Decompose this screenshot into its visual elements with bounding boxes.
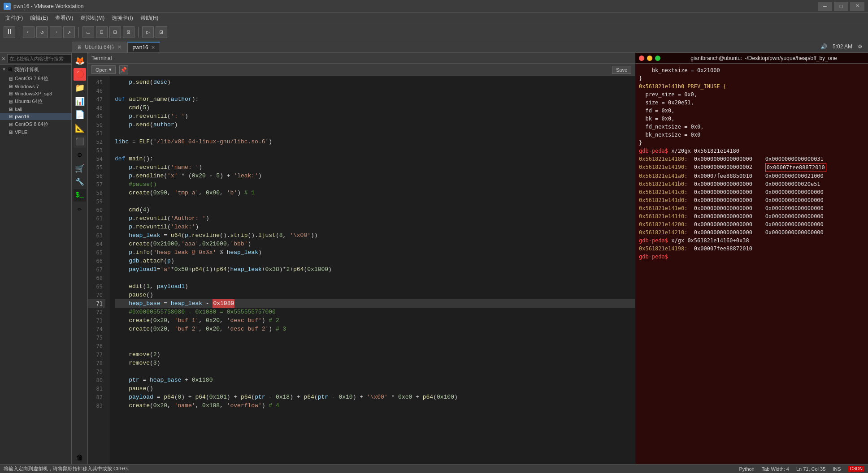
menu-view[interactable]: 查看(V): [52, 13, 77, 23]
gdb-panel: giantbranch@ubuntu: ~/Desktop/pwn/yuque/…: [635, 53, 868, 464]
tab-ubuntu[interactable]: 🖥 Ubuntu 64位 ✕: [72, 42, 126, 52]
gdb-mem-4: 0x561821e141b0: 0x0000000000000000 0x000…: [639, 180, 864, 188]
gdb-mem-2: 0x561821e14190: 0x0000000000000002 0x000…: [639, 163, 864, 172]
impress-icon[interactable]: 📐: [74, 122, 86, 134]
code-line-82: payload = p64(0) + p64(0x101) + p64(ptr …: [115, 393, 635, 401]
sidebar-item-centos8[interactable]: 🖥 CentOS 8 64位: [0, 120, 71, 129]
csdn-logo[interactable]: CSDN: [848, 466, 864, 472]
code-line-66: gdb.attach(p): [115, 257, 635, 265]
action-bar: Open ▾ 📌 Save: [88, 64, 635, 76]
sidebar-item-ubuntu64[interactable]: 🖥 Ubuntu 64位: [0, 97, 71, 106]
sidebar-item-centos7[interactable]: 🖥 CentOS 7 64位: [0, 74, 71, 83]
menu-help[interactable]: 帮助(H): [137, 13, 162, 23]
gdb-maximize-btn[interactable]: [655, 56, 660, 61]
tab-ubuntu-close[interactable]: ✕: [117, 44, 122, 50]
sidebar-item-pwn16[interactable]: 🖥 pwn16: [0, 113, 71, 120]
close-button[interactable]: ✕: [850, 2, 864, 11]
my-computer-icon: 🖥: [7, 66, 13, 73]
language-indicator[interactable]: Python: [739, 466, 754, 472]
maximize-button[interactable]: □: [834, 2, 848, 11]
toolbar-pause-icon[interactable]: ⏸: [4, 26, 15, 38]
sidebar-item-kali[interactable]: 🖥 kali: [0, 106, 71, 113]
minimize-button[interactable]: ─: [818, 2, 832, 11]
code-line-69: edit(1, payload1): [115, 282, 635, 291]
edit-icon[interactable]: ✏: [74, 202, 86, 215]
gdb-line-10: }: [639, 139, 864, 147]
sidebar: ✕ ▼ 🖥 我的计算机 🖥 CentOS 7 64位 🖥 Windows 7 🖥…: [0, 53, 72, 464]
toolbar-view2-icon[interactable]: ⊟: [96, 26, 108, 38]
code-content[interactable]: p.send(desc) def author_name(author): cm…: [109, 76, 635, 464]
vm-icon: 🖥: [8, 91, 13, 96]
toolbar-back-icon[interactable]: ←: [23, 26, 35, 38]
trash-icon[interactable]: 🗑: [74, 452, 86, 464]
menu-vm[interactable]: 虚拟机(M): [77, 13, 108, 23]
toolbar-refresh-icon[interactable]: ↺: [36, 26, 48, 38]
firefox-icon[interactable]: 🦊: [74, 55, 86, 67]
files-icon[interactable]: 📁: [74, 82, 86, 94]
toolbar-terminal-icon[interactable]: ▷: [142, 26, 154, 38]
gdb-prompt-2: gdb-peda$ x/gx 0x561821e14160+0x38: [639, 236, 864, 245]
terminal-wrapper: Terminal Open ▾ 📌 Save 45 46 47 48 49 50: [88, 53, 635, 464]
document-icon[interactable]: 📄: [74, 108, 86, 121]
code-line-61: p.recvuntil('Author: '): [115, 214, 635, 223]
code-line-45: p.send(desc): [115, 78, 635, 86]
toolbar-settings-icon[interactable]: ⊡: [156, 26, 167, 38]
line-numbers: 45 46 47 48 49 50 51 52 53 54 55 56 57 5…: [88, 76, 109, 464]
tab-pwn16-label: pwn16: [132, 44, 148, 51]
sidebar-my-computer-label: 我的计算机: [14, 66, 39, 73]
gdb-prompt-3[interactable]: gdb-peda$: [639, 253, 864, 261]
gdb-close-btn[interactable]: [639, 56, 644, 61]
save-button[interactable]: Save: [612, 66, 631, 74]
amazon-icon[interactable]: 🛒: [74, 162, 86, 175]
sidebar-search-input[interactable]: [7, 54, 72, 63]
menu-edit[interactable]: 编辑(E): [26, 13, 52, 23]
open-button[interactable]: Open ▾: [91, 65, 116, 74]
sidebar-item-vple[interactable]: 🖥 VPLE: [0, 129, 71, 136]
menu-tabs[interactable]: 选项卡(I): [108, 13, 136, 23]
sidebar-item-windows7[interactable]: 🖥 Windows 7: [0, 83, 71, 90]
titlebar-title: pwn16 - VMware Workstation: [13, 3, 818, 9]
toolbar-view3-icon[interactable]: ⊞: [109, 26, 121, 38]
code-line-50: p.send(author): [115, 120, 635, 129]
pin-button[interactable]: 📌: [119, 65, 128, 74]
code-area: 45 46 47 48 49 50 51 52 53 54 55 56 57 5…: [88, 76, 635, 464]
titlebar: ▶ pwn16 - VMware Workstation ─ □ ✕: [0, 0, 868, 13]
sidebar-item-winxp[interactable]: 🖥 WindowsXP_sp3: [0, 90, 71, 97]
code-line-73: create(0x20, 'buf 1', 0x20, 'desc buf') …: [115, 316, 635, 325]
code-line-71: heap_base = heap_leak - 0x1080: [115, 299, 635, 308]
spreadsheet-icon[interactable]: 📊: [74, 95, 86, 108]
code-line-72: #0x0000555758080 - 0x1080 = 0x5555557570…: [115, 308, 635, 316]
terminal-icon[interactable]: ⬛: [74, 135, 86, 148]
toolbar-forward-icon[interactable]: →: [50, 26, 61, 38]
menu-file[interactable]: 文件(F): [2, 13, 26, 23]
toolbar-sep1: [19, 27, 19, 38]
tab-width-indicator[interactable]: Tab Width: 4: [762, 466, 789, 472]
gdb-minimize-btn[interactable]: [647, 56, 652, 61]
menubar: 文件(F) 编辑(E) 查看(V) 虚拟机(M) 选项卡(I) 帮助(H): [0, 13, 868, 24]
code-line-70: pause(): [115, 291, 635, 299]
tab-pwn16-close[interactable]: ✕: [151, 45, 155, 51]
code-line-77: remove(2): [115, 350, 635, 359]
settings-icon[interactable]: ⚙: [858, 43, 863, 50]
app-icon-2[interactable]: 🔴: [74, 68, 86, 81]
settings2-icon[interactable]: ⚙: [74, 149, 86, 161]
code-line-60: cmd(4): [115, 206, 635, 214]
code-line-55: p.recvuntil('name: '): [115, 163, 635, 172]
gdb-line-2: }: [639, 74, 864, 82]
code-line-76: [115, 342, 635, 350]
statusbar: 将输入定向到虚拟机，请将鼠标指针移入其中或按 Ctrl+G. Python Ta…: [0, 464, 868, 473]
toolbar-view4-icon[interactable]: ⊠: [123, 26, 135, 38]
open-label: Open: [95, 67, 108, 73]
tab-pwn16[interactable]: pwn16 ✕: [127, 42, 160, 52]
vm-icon: 🖥: [8, 84, 13, 89]
toolbar-view1-icon[interactable]: ▭: [82, 26, 94, 38]
code-line-47: def author_name(author):: [115, 95, 635, 103]
tools-icon[interactable]: 🔧: [74, 176, 86, 188]
gdb-content[interactable]: bk_nextsize = 0x21000 } 0x561821e141b0 P…: [635, 64, 868, 464]
vm-icon: 🖥: [8, 107, 13, 112]
statusbar-left: 将输入定向到虚拟机，请将鼠标指针移入其中或按 Ctrl+G.: [4, 465, 129, 472]
shell-icon[interactable]: $_: [74, 189, 86, 202]
code-line-52: libc = ELF('/lib/x86_64-linux-gnu/libc.s…: [115, 138, 635, 146]
toolbar-send-icon[interactable]: ↗: [63, 26, 75, 38]
sidebar-close-icon[interactable]: ✕: [2, 55, 5, 62]
